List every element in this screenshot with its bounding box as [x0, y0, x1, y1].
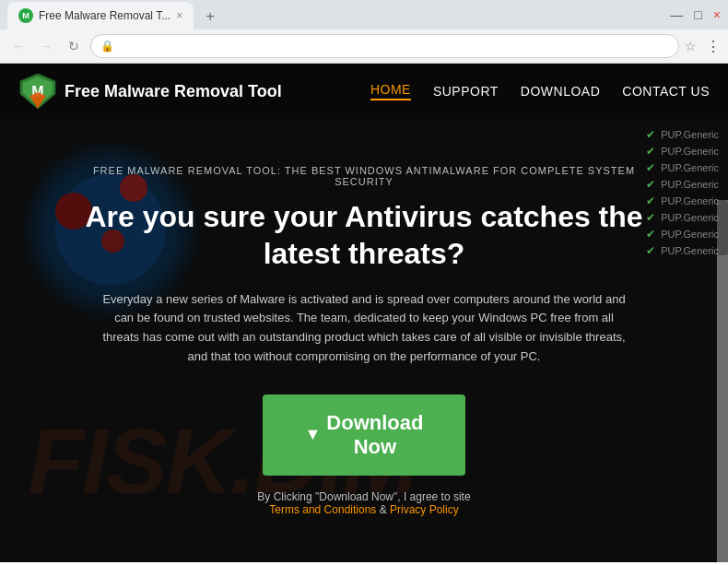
- nav-home[interactable]: HOME: [370, 82, 411, 100]
- window-controls: — □ ×: [670, 7, 721, 22]
- nav-links: HOME SUPPORT DOWNLOAD CONTACT US: [370, 82, 710, 100]
- new-tab-button[interactable]: +: [197, 4, 223, 29]
- terms-and: &: [380, 503, 390, 516]
- bookmark-icon[interactable]: ☆: [685, 39, 697, 53]
- site-logo[interactable]: M Free Malware Removal Tool: [18, 72, 282, 111]
- website: FISK.DIM ✔ PUP.Generic ✔ PUP.Generic ✔ P…: [0, 64, 728, 562]
- logo-text-bold: Removal Tool: [174, 82, 282, 100]
- forward-button[interactable]: →: [35, 35, 57, 57]
- nav-support[interactable]: SUPPORT: [433, 84, 499, 99]
- tab-close-button[interactable]: ×: [176, 9, 182, 22]
- address-bar[interactable]: 🔒: [90, 34, 679, 58]
- back-button[interactable]: ←: [7, 35, 29, 57]
- nav-contact[interactable]: CONTACT US: [622, 84, 710, 99]
- reload-button[interactable]: ↻: [63, 35, 85, 57]
- download-icon: ▼: [305, 425, 322, 445]
- address-bar-row: ← → ↻ 🔒 ☆ ⋮: [0, 29, 728, 63]
- site-nav: M Free Malware Removal Tool HOME SUPPORT…: [0, 64, 728, 119]
- privacy-link[interactable]: Privacy Policy: [390, 503, 459, 516]
- terms-section: By Clicking "Download Now", I agree to s…: [257, 490, 470, 516]
- logo-text-plain: Free Malware: [65, 82, 174, 100]
- browser-tab[interactable]: M Free Malware Removal T... ×: [7, 2, 194, 29]
- logo-icon: M: [18, 72, 57, 111]
- terms-pre-text: By Clicking "Download Now", I agree to s…: [257, 490, 470, 503]
- browser-chrome: M Free Malware Removal T... × + — □ × ← …: [0, 0, 728, 64]
- logo-text: Free Malware Removal Tool: [65, 82, 282, 101]
- terms-link[interactable]: Terms and Conditions: [269, 503, 376, 516]
- hero-description: Everyday a new series of Malware is acti…: [97, 290, 631, 367]
- tab-favicon: M: [18, 8, 33, 23]
- minimize-button[interactable]: —: [670, 7, 683, 22]
- maximize-button[interactable]: □: [694, 7, 701, 22]
- tab-title: Free Malware Removal T...: [39, 9, 170, 22]
- hero-section: FREE MALWARE REMOVAL TOOL: THE BEST WIND…: [0, 119, 728, 562]
- hero-title: Are you sure your Antivirus catches the …: [74, 198, 654, 272]
- hero-subtitle: FREE MALWARE REMOVAL TOOL: THE BEST WIND…: [74, 165, 654, 187]
- lock-icon: 🔒: [100, 40, 114, 53]
- download-button[interactable]: ▼ DownloadNow: [263, 394, 465, 477]
- close-window-button[interactable]: ×: [713, 7, 721, 22]
- nav-download[interactable]: DOWNLOAD: [521, 84, 600, 99]
- menu-button[interactable]: ⋮: [706, 38, 721, 55]
- title-bar: M Free Malware Removal T... × + — □ ×: [0, 0, 728, 29]
